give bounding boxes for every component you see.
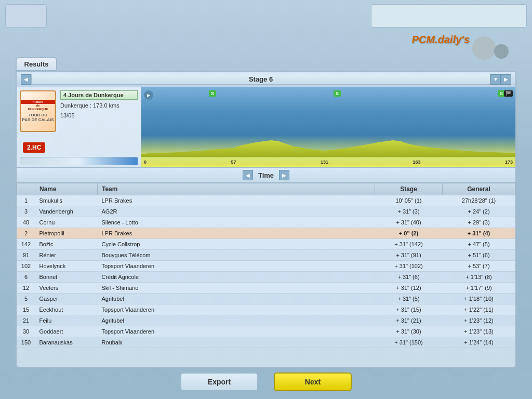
cell-general: + 1'13" (8) bbox=[443, 272, 515, 283]
cell-name: Goddaert bbox=[35, 326, 98, 337]
cell-stage: + 31" (91) bbox=[375, 250, 443, 261]
export-button[interactable]: Export bbox=[180, 373, 258, 391]
cell-general: + 51" (6) bbox=[443, 250, 515, 261]
cell-team: Agritubel bbox=[98, 294, 375, 304]
distance-markers: 0 57 131 163 173 bbox=[141, 159, 515, 165]
stage-profile: ▶ S S S 🏁 bbox=[141, 87, 515, 167]
cell-name: Rénier bbox=[35, 250, 98, 261]
pcm-logo: PCM.daily's bbox=[412, 34, 470, 46]
cell-stage: + 31" (142) bbox=[375, 239, 443, 250]
finish-marker: 🏁 bbox=[504, 90, 513, 97]
cell-team: LPR Brakes bbox=[98, 195, 375, 206]
race-date: 13/05 bbox=[60, 111, 138, 119]
cell-num: 40 bbox=[17, 217, 35, 228]
time-prev-button[interactable]: ◀ bbox=[243, 170, 253, 180]
cell-stage: + 31" (30) bbox=[375, 326, 443, 337]
dist-0: 0 bbox=[144, 159, 147, 165]
cell-general: + 1'24" (14) bbox=[443, 337, 515, 348]
cell-team: Roubaix bbox=[98, 337, 375, 348]
top-bar bbox=[0, 4, 532, 28]
cell-name: Smukulis bbox=[35, 195, 98, 206]
cell-num: 2 bbox=[17, 228, 35, 239]
top-left-button[interactable] bbox=[5, 4, 47, 28]
stage-prev-button[interactable]: ◀ bbox=[21, 74, 31, 85]
table-row: 30 Goddaert Topsport Vlaanderen + 31" (3… bbox=[17, 326, 515, 337]
table-row: 6 Bonnet Crédit Agricole + 31" (6) + 1'1… bbox=[17, 272, 515, 283]
cell-num: 6 bbox=[17, 272, 35, 283]
table-row: 2 Pietropolli LPR Brakes + 0" (2) + 31" … bbox=[17, 228, 515, 239]
cell-general: + 47" (5) bbox=[443, 239, 515, 250]
cell-num: 30 bbox=[17, 326, 35, 337]
cell-stage: + 31" (12) bbox=[375, 283, 443, 294]
table-row: 15 Eeckhout Topsport Vlaanderen + 31" (1… bbox=[17, 304, 515, 315]
cell-team: Topsport Vlaanderen bbox=[98, 326, 375, 337]
table-row: 3 Vandenbergh AG2R + 31" (3) + 24" (2) bbox=[17, 206, 515, 217]
cell-num: 5 bbox=[17, 294, 35, 304]
results-tab: Results bbox=[16, 57, 57, 71]
cell-general: + 1'17" (9) bbox=[443, 283, 515, 294]
stage-dropdown-button[interactable]: ▼ bbox=[490, 74, 501, 85]
cell-name: Gasper bbox=[35, 294, 98, 304]
cell-num: 1 bbox=[17, 195, 35, 206]
race-logo-banner: 4 jours bbox=[21, 100, 55, 104]
cell-name: Vandenbergh bbox=[35, 206, 98, 217]
col-num bbox=[17, 183, 35, 195]
cell-stage: 10' 05" (1) bbox=[375, 195, 443, 206]
results-tbody: 1 Smukulis LPR Brakes 10' 05" (1) 27h28'… bbox=[17, 195, 515, 348]
cell-name: Pietropolli bbox=[35, 228, 98, 239]
cell-stage: + 31" (21) bbox=[375, 315, 443, 326]
time-label: Time bbox=[258, 171, 274, 179]
time-next-button[interactable]: ▶ bbox=[279, 170, 289, 180]
cell-name: Bonnet bbox=[35, 272, 98, 283]
cell-name: Cornu bbox=[35, 217, 98, 228]
table-row: 21 Feilu Agritubel + 31" (21) + 1'23" (1… bbox=[17, 315, 515, 326]
table-row: 150 Baranauskas Roubaix + 31" (150) + 1'… bbox=[17, 337, 515, 348]
race-details: 4 Jours de Dunkerque Dunkerque : 173.0 k… bbox=[60, 90, 138, 137]
main-container: Results ◀ Stage 6 ▼ ▶ 4 jours deDUNKERQU… bbox=[16, 57, 516, 368]
results-section: ◀ Time ▶ Name Team Stage General bbox=[17, 168, 515, 367]
left-panel: 4 jours deDUNKERQUE TOUR DUPAS DE CALAIS… bbox=[17, 87, 141, 167]
cell-team: Skil - Shimano bbox=[98, 283, 375, 294]
dist-173: 173 bbox=[505, 159, 513, 165]
cell-stage: + 0" (2) bbox=[375, 228, 443, 239]
start-icon: ▶ bbox=[144, 90, 153, 100]
cell-general: 27h28'28" (1) bbox=[443, 195, 515, 206]
col-team: Team bbox=[98, 183, 375, 195]
cell-name: Eeckhout bbox=[35, 304, 98, 315]
top-section: 4 jours deDUNKERQUE TOUR DUPAS DE CALAIS… bbox=[17, 87, 515, 168]
race-name: 4 Jours de Dunkerque bbox=[60, 90, 138, 100]
cell-name: Veelers bbox=[35, 283, 98, 294]
cell-stage: + 31" (3) bbox=[375, 206, 443, 217]
pcm-logo-text: PCM.daily's bbox=[412, 34, 470, 45]
table-row: 1 Smukulis LPR Brakes 10' 05" (1) 27h28'… bbox=[17, 195, 515, 206]
dist-57: 57 bbox=[231, 159, 236, 165]
cell-num: 142 bbox=[17, 239, 35, 250]
cell-general: + 1'22" (11) bbox=[443, 304, 515, 315]
cell-team: AG2R bbox=[98, 206, 375, 217]
col-name: Name bbox=[35, 183, 98, 195]
cell-num: 15 bbox=[17, 304, 35, 315]
bottom-bar: Export Next bbox=[0, 373, 532, 391]
cell-team: Cycle Collstrop bbox=[98, 239, 375, 250]
race-logo: 4 jours deDUNKERQUE TOUR DUPAS DE CALAIS bbox=[20, 90, 56, 132]
cell-team: Silence - Lotto bbox=[98, 217, 375, 228]
race-logo-subtitle: TOUR DUPAS DE CALAIS bbox=[22, 113, 54, 123]
cell-general: + 29" (3) bbox=[443, 217, 515, 228]
cell-stage: + 31" (150) bbox=[375, 337, 443, 348]
table-row: 12 Veelers Skil - Shimano + 31" (12) + 1… bbox=[17, 283, 515, 294]
cell-name: Hovelynck bbox=[35, 261, 98, 272]
race-info: 4 jours deDUNKERQUE TOUR DUPAS DE CALAIS… bbox=[17, 87, 141, 140]
top-center-area bbox=[371, 4, 527, 28]
cell-team: Bouygues Télécom bbox=[98, 250, 375, 261]
cell-name: Božic bbox=[35, 239, 98, 250]
decoration-circle-small bbox=[494, 44, 509, 59]
cell-name: Feilu bbox=[35, 315, 98, 326]
cell-num: 150 bbox=[17, 337, 35, 348]
cell-stage: + 31" (6) bbox=[375, 272, 443, 283]
next-button[interactable]: Next bbox=[274, 373, 352, 391]
cell-num: 21 bbox=[17, 315, 35, 326]
dist-163: 163 bbox=[413, 159, 420, 165]
cell-general: + 1'23" (13) bbox=[443, 326, 515, 337]
stage-next-button[interactable]: ▶ bbox=[501, 74, 511, 85]
results-table-container[interactable]: Name Team Stage General 1 Smukulis LPR B… bbox=[17, 183, 515, 367]
